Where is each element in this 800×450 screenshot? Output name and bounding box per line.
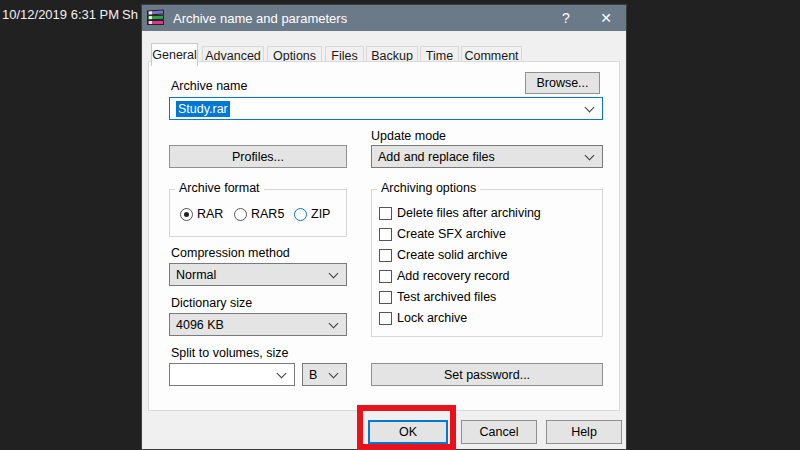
split-volumes-input[interactable]: [169, 363, 295, 386]
radio-rar5[interactable]: RAR5: [234, 207, 284, 221]
radio-zip[interactable]: ZIP: [294, 207, 330, 221]
archive-format-group-label: Archive format: [175, 181, 264, 195]
radio-icon: [234, 208, 247, 221]
checkbox-create-sfx[interactable]: Create SFX archive: [379, 227, 506, 241]
cancel-button[interactable]: Cancel: [461, 420, 537, 444]
chevron-down-icon[interactable]: [585, 102, 595, 112]
desktop-timestamp: 10/12/2019 6:31 PM: [2, 7, 119, 22]
checkbox-icon: [379, 228, 392, 241]
update-mode-label: Update mode: [371, 129, 446, 143]
update-mode-value: Add and replace files: [378, 150, 495, 164]
checkbox-icon: [379, 312, 392, 325]
dialog-titlebar[interactable]: Archive name and parameters ? ✕: [142, 5, 626, 31]
split-volumes-label: Split to volumes, size: [171, 346, 288, 360]
archive-dialog: Archive name and parameters ? ✕ General …: [141, 4, 627, 450]
dictionary-size-label: Dictionary size: [171, 296, 252, 310]
checkbox-icon: [379, 291, 392, 304]
chevron-down-icon[interactable]: [277, 368, 287, 378]
split-unit-value: B: [309, 368, 317, 382]
dialog-title: Archive name and parameters: [173, 11, 546, 26]
update-mode-select[interactable]: Add and replace files: [371, 145, 603, 168]
compression-method-select[interactable]: Normal: [169, 263, 347, 286]
winrar-icon: [147, 10, 166, 27]
tab-general[interactable]: General: [151, 43, 198, 66]
archive-name-value: Study.rar: [176, 101, 230, 117]
profiles-button[interactable]: Profiles...: [169, 145, 347, 168]
checkbox-lock-archive[interactable]: Lock archive: [379, 311, 467, 325]
chevron-down-icon[interactable]: [585, 150, 595, 160]
dictionary-size-value: 4096 KB: [176, 318, 224, 332]
checkbox-recovery-record[interactable]: Add recovery record: [379, 269, 510, 283]
archiving-options-group-label: Archiving options: [377, 181, 480, 195]
desktop-partial-text: Sh: [122, 7, 138, 22]
checkbox-icon: [379, 249, 392, 262]
radio-icon: [294, 208, 307, 221]
chevron-down-icon[interactable]: [329, 268, 339, 278]
radio-selected-icon: [180, 208, 193, 221]
checkbox-delete-files[interactable]: Delete files after archiving: [379, 206, 541, 220]
split-unit-select[interactable]: B: [302, 363, 347, 386]
archive-name-label: Archive name: [171, 79, 247, 93]
annotation-highlight-ok: [357, 405, 456, 450]
archive-name-input[interactable]: Study.rar: [169, 97, 603, 120]
checkbox-icon: [379, 270, 392, 283]
compression-method-label: Compression method: [171, 246, 290, 260]
chevron-down-icon[interactable]: [329, 318, 339, 328]
checkbox-icon: [379, 207, 392, 220]
checkbox-test-archived[interactable]: Test archived files: [379, 290, 496, 304]
radio-rar[interactable]: RAR: [180, 207, 223, 221]
help-icon[interactable]: ?: [546, 5, 586, 31]
chevron-down-icon[interactable]: [329, 368, 339, 378]
help-button[interactable]: Help: [546, 420, 622, 444]
compression-method-value: Normal: [176, 268, 216, 282]
dictionary-size-select[interactable]: 4096 KB: [169, 313, 347, 336]
set-password-button[interactable]: Set password...: [371, 363, 603, 386]
desktop: 10/12/2019 6:31 PM Sh Archive name and p…: [0, 0, 800, 450]
close-icon[interactable]: ✕: [586, 5, 626, 31]
browse-button[interactable]: Browse...: [525, 72, 600, 94]
checkbox-create-solid[interactable]: Create solid archive: [379, 248, 507, 262]
